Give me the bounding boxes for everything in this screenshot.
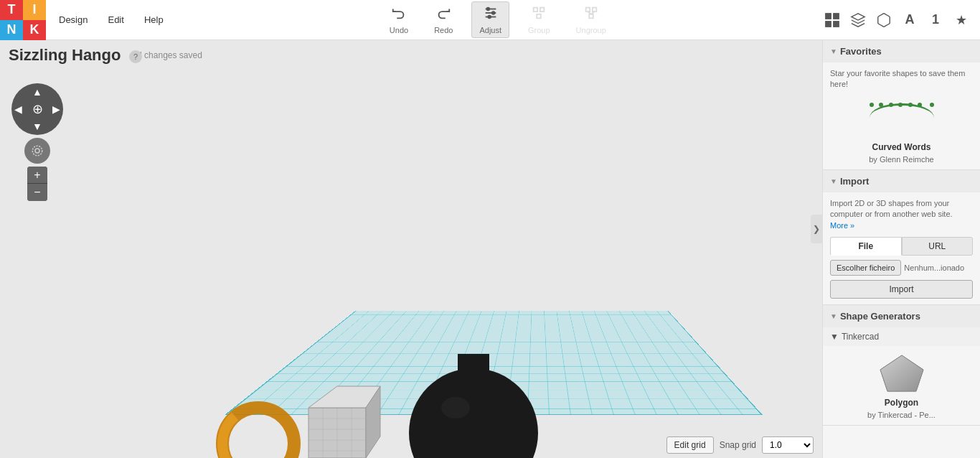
- logo-i: I: [23, 0, 46, 20]
- favorites-header[interactable]: ▼ Favorites: [823, 40, 980, 62]
- edit-grid-button[interactable]: Edit grid: [666, 436, 714, 454]
- bottom-controls: Edit grid Snap grid 1.0 0.1 0.5 2.0 5.0 …: [666, 436, 814, 454]
- svg-point-5: [488, 16, 491, 19]
- ungroup-button[interactable]: Ungroup: [569, 2, 613, 37]
- redo-icon: [435, 5, 451, 24]
- torus-object[interactable]: [215, 401, 301, 458]
- polygon-author: by Tinkercad - Pe...: [867, 411, 936, 419]
- ungroup-icon: [583, 5, 599, 24]
- compass-center: ⊕: [32, 101, 43, 117]
- logo-k: K: [23, 20, 46, 40]
- adjust-icon: [483, 5, 499, 24]
- favorites-section: ▼ Favorites Star your favorite shapes to…: [823, 40, 980, 170]
- nav-controls: ▲ ▼ ◀ ▶ ⊕ + −: [11, 83, 63, 201]
- tinkercad-label: Tinkercad: [842, 332, 879, 342]
- adjust-label: Adjust: [479, 26, 501, 34]
- 3d-view-icon[interactable]: [848, 10, 868, 30]
- curved-words-title: Curved Words: [872, 142, 931, 152]
- import-title: Import: [840, 176, 869, 187]
- logo-n: N: [0, 20, 23, 40]
- favorites-body: Star your favorite shapes to save them h…: [823, 62, 980, 169]
- compass-right: ▶: [52, 103, 60, 115]
- tinkercad-subheader: ▼ Tinkercad: [823, 327, 980, 346]
- cw-dot-1: [870, 103, 874, 107]
- cw-dot-5: [908, 103, 913, 107]
- panel-toggle-button[interactable]: ❯: [811, 215, 822, 243]
- group-label: Group: [528, 26, 550, 34]
- svg-rect-10: [825, 21, 831, 27]
- menu-help[interactable]: Help: [134, 10, 174, 29]
- cw-dot-7: [930, 103, 934, 107]
- main-area: Sizzling Hango All changes saved ? ▲ ▼ ◀…: [0, 40, 980, 458]
- import-section: ▼ Import Import 2D or 3D shapes from you…: [823, 170, 980, 305]
- svg-point-29: [409, 368, 538, 458]
- svg-point-30: [441, 397, 470, 419]
- project-title: Sizzling Hango: [9, 46, 121, 65]
- snap-label: Snap grid: [720, 440, 756, 450]
- topbar: T I N K E R C A Design Edit Help Undo: [0, 0, 980, 40]
- adjust-button[interactable]: Adjust: [471, 1, 509, 38]
- snap-grid-select[interactable]: 1.0 0.1 0.5 2.0 5.0 10.0: [762, 436, 814, 454]
- redo-label: Redo: [434, 26, 453, 34]
- import-chevron: ▼: [830, 177, 837, 185]
- svg-rect-8: [825, 13, 831, 19]
- viewport: [57, 76, 822, 429]
- shape-generators-chevron: ▼: [830, 312, 837, 320]
- compass[interactable]: ▲ ▼ ◀ ▶ ⊕: [11, 83, 63, 135]
- favorites-description: Star your favorite shapes to save them h…: [830, 68, 973, 90]
- reset-view-button[interactable]: [24, 138, 50, 164]
- import-tab-url[interactable]: URL: [902, 237, 974, 256]
- import-description: Import 2D or 3D shapes from your compute…: [830, 198, 973, 231]
- menu-bar: Design Edit Help: [49, 10, 174, 29]
- zoom-in-button[interactable]: +: [27, 167, 47, 184]
- cw-dot-2: [879, 103, 883, 107]
- menu-edit[interactable]: Edit: [98, 10, 133, 29]
- svg-marker-37: [880, 355, 923, 391]
- import-more-link[interactable]: More »: [830, 221, 854, 230]
- zoom-controls: + −: [27, 167, 47, 201]
- grid-view-icon[interactable]: [822, 10, 842, 30]
- help-icon[interactable]: ?: [129, 50, 142, 63]
- group-button[interactable]: Group: [521, 2, 557, 37]
- import-tab-file[interactable]: File: [830, 237, 902, 256]
- group-icon: [531, 5, 547, 24]
- curved-words-card[interactable]: Curved Words by Glenn Reimche: [830, 96, 973, 164]
- cube-icon[interactable]: [874, 10, 894, 30]
- svg-point-13: [32, 146, 42, 156]
- text-icon[interactable]: A: [900, 10, 920, 30]
- canvas-area[interactable]: Sizzling Hango All changes saved ? ▲ ▼ ◀…: [0, 40, 822, 458]
- cw-dot-6: [918, 103, 922, 107]
- cw-dot-4: [898, 103, 903, 107]
- svg-point-12: [35, 149, 39, 153]
- import-button[interactable]: Import: [830, 280, 973, 299]
- shape-generators-header[interactable]: ▼ Shape Generators: [823, 305, 980, 327]
- star-icon[interactable]: ★: [951, 10, 971, 30]
- menu-design[interactable]: Design: [49, 10, 98, 29]
- polygon-card[interactable]: Polygon by Tinkercad - Pe...: [823, 346, 980, 425]
- curved-words-author: by Glenn Reimche: [869, 155, 934, 164]
- one-icon[interactable]: 1: [925, 10, 946, 30]
- redo-button[interactable]: Redo: [427, 2, 460, 37]
- polygon-preview: [877, 352, 927, 395]
- logo-t: T: [0, 0, 23, 20]
- svg-point-4: [492, 11, 495, 14]
- undo-label: Undo: [390, 26, 408, 34]
- curved-words-visual: [870, 103, 934, 132]
- ungroup-label: Ungroup: [576, 26, 606, 34]
- logo: T I N K E R C A: [0, 0, 46, 40]
- box-object[interactable]: [301, 379, 387, 458]
- character-object[interactable]: [402, 322, 545, 458]
- shape-generators-title: Shape Generators: [840, 311, 920, 322]
- undo-button[interactable]: Undo: [382, 2, 415, 37]
- choose-file-button[interactable]: Escolher ficheiro: [830, 260, 901, 276]
- shape-generators-section: ▼ Shape Generators ▼ Tinkercad: [823, 305, 980, 426]
- svg-rect-11: [833, 21, 839, 27]
- file-chooser-row: Escolher ficheiro Nenhum...ionado: [830, 260, 973, 276]
- save-status: All changes saved: [132, 50, 202, 60]
- svg-point-3: [486, 8, 489, 11]
- zoom-out-button[interactable]: −: [27, 184, 47, 201]
- compass-left: ◀: [14, 103, 22, 115]
- import-header[interactable]: ▼ Import: [823, 170, 980, 192]
- compass-up: ▲: [32, 86, 42, 98]
- toolbar: Undo Redo Adjust: [174, 1, 822, 38]
